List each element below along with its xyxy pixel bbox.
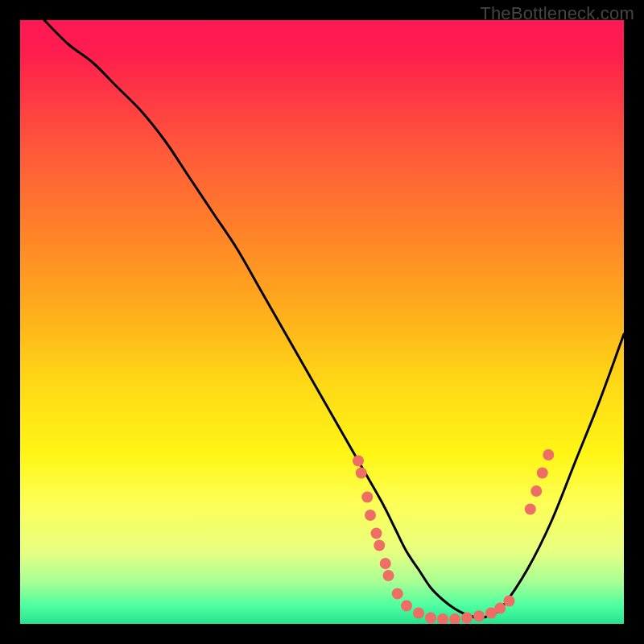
data-point — [380, 558, 391, 569]
bottleneck-curve — [44, 20, 624, 618]
data-point — [356, 468, 367, 479]
data-point — [413, 608, 424, 619]
data-point — [449, 613, 460, 624]
data-point — [365, 510, 376, 521]
data-point — [537, 468, 548, 479]
data-point — [401, 601, 412, 612]
scatter-points-group — [353, 449, 554, 624]
data-point — [530, 485, 542, 497]
data-point — [361, 492, 373, 503]
data-point — [525, 504, 536, 515]
data-point — [494, 603, 506, 614]
data-point — [392, 588, 403, 600]
chart-svg — [20, 20, 624, 624]
data-point — [543, 449, 554, 460]
watermark-text: TheBottleneck.com — [480, 3, 634, 24]
data-point — [371, 528, 382, 539]
data-point — [425, 613, 436, 624]
data-point — [374, 540, 385, 551]
data-point — [461, 613, 473, 624]
data-point — [504, 596, 515, 607]
chart-plot-area — [20, 20, 624, 624]
data-point — [437, 613, 448, 624]
data-point — [383, 570, 394, 581]
data-point — [473, 610, 485, 621]
data-point — [353, 456, 364, 467]
